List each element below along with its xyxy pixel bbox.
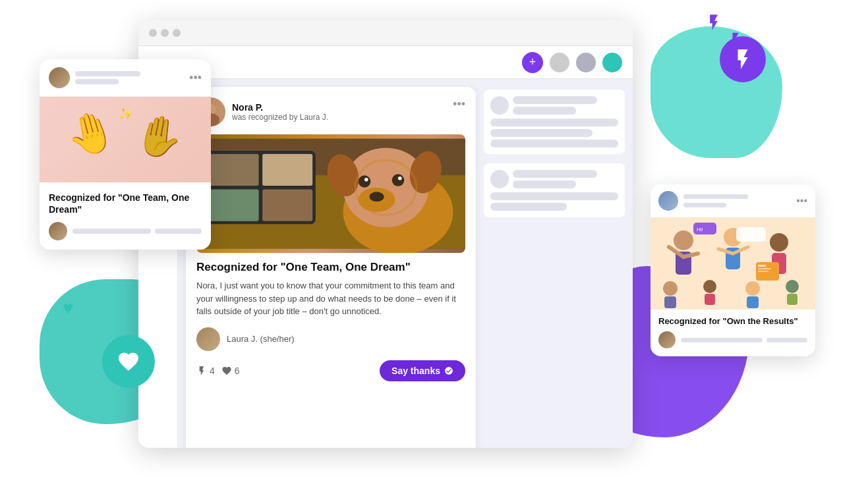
right-card-footer bbox=[658, 331, 807, 348]
right-card-title: Recognized for "Own the Results" bbox=[658, 316, 807, 326]
heart-count: 6 bbox=[235, 366, 240, 376]
browser-dot-1 bbox=[149, 29, 157, 37]
sidebar-long-line-1 bbox=[490, 119, 618, 126]
heart-reaction-icon bbox=[221, 366, 232, 376]
right-card-header: ••• bbox=[651, 184, 815, 217]
nav-plus-button[interactable]: + bbox=[522, 52, 543, 73]
bolt-reaction-icon bbox=[196, 366, 207, 376]
right-footer-line-1 bbox=[681, 338, 763, 342]
right-card-user-lines bbox=[683, 194, 791, 207]
card-user-info: Nora P. was recognized by Laura J. bbox=[232, 102, 328, 122]
sidebar-long-line-3 bbox=[490, 140, 618, 148]
recognition-card: Nora P. was recognized by Laura J. ••• bbox=[186, 87, 476, 448]
svg-rect-42 bbox=[705, 294, 715, 305]
sidebar-dot-row-2 bbox=[490, 170, 618, 188]
heart-reaction[interactable]: 6 bbox=[221, 366, 240, 376]
right-footer-lines bbox=[681, 338, 807, 342]
right-footer-avatar bbox=[658, 331, 676, 348]
browser-traffic-lights bbox=[149, 29, 181, 37]
left-card-avatar bbox=[49, 67, 70, 88]
svg-rect-44 bbox=[747, 296, 759, 308]
svg-text:Hi!: Hi! bbox=[697, 227, 703, 232]
teal-blob-right bbox=[651, 26, 782, 158]
sidebar-line-2 bbox=[513, 107, 576, 115]
bolt-count: 4 bbox=[210, 366, 215, 376]
left-card-header: ••• bbox=[40, 59, 211, 97]
svg-point-39 bbox=[663, 281, 678, 296]
svg-point-43 bbox=[745, 281, 760, 296]
browser-content: Nora P. was recognized by Laura J. ••• bbox=[138, 79, 633, 448]
browser-nav: ≡ + bbox=[138, 46, 633, 79]
svg-rect-40 bbox=[664, 296, 676, 308]
author-name: Laura J. (she/her) bbox=[227, 334, 295, 344]
card-more-icon[interactable]: ••• bbox=[453, 97, 465, 111]
card-image bbox=[196, 134, 465, 253]
hands-emoji-2: ✋ bbox=[131, 109, 188, 164]
right-line-1 bbox=[683, 194, 748, 199]
sidebar-dot-1 bbox=[490, 96, 509, 115]
svg-point-16 bbox=[364, 178, 368, 182]
card-title: Recognized for "One Team, One Dream" bbox=[196, 261, 465, 274]
right-recognition-card: ••• Hi! bbox=[651, 184, 815, 356]
svg-rect-7 bbox=[262, 154, 312, 186]
svg-point-17 bbox=[398, 177, 402, 180]
browser-titlebar bbox=[138, 20, 633, 46]
right-card-avatar bbox=[658, 191, 678, 211]
left-card-body: Recognized for "One Team, One Dream" bbox=[40, 182, 211, 250]
right-card-body: Recognized for "Own the Results" bbox=[651, 310, 815, 356]
svg-rect-9 bbox=[262, 190, 312, 221]
hands-emoji-1: 🤚 bbox=[61, 105, 121, 163]
sidebar-dot-2 bbox=[490, 170, 509, 188]
svg-point-41 bbox=[703, 280, 716, 293]
main-content-area: Nora P. was recognized by Laura J. ••• bbox=[178, 79, 633, 448]
browser-dot-3 bbox=[173, 29, 181, 37]
right-line-2 bbox=[683, 203, 726, 207]
svg-point-30 bbox=[770, 233, 788, 252]
svg-rect-37 bbox=[758, 268, 771, 269]
left-recognition-card: ••• 🤚 ✋ ✨ Recognized for "One Team, One … bbox=[40, 59, 211, 250]
sidebar-text-lines-2 bbox=[513, 170, 618, 188]
left-card-footer bbox=[49, 222, 202, 240]
bolt-reaction[interactable]: 4 bbox=[196, 366, 215, 376]
sidebar-dot-row-1 bbox=[490, 96, 618, 115]
left-card-name-line bbox=[75, 71, 140, 76]
browser-window: ≡ + bbox=[138, 20, 633, 448]
svg-point-45 bbox=[786, 280, 799, 293]
card-username: Nora P. bbox=[232, 102, 328, 113]
right-card-more-icon[interactable]: ••• bbox=[796, 195, 807, 207]
footer-line-2 bbox=[155, 229, 202, 234]
svg-point-13 bbox=[369, 192, 384, 202]
sidebar-line-3 bbox=[513, 170, 597, 178]
left-card-title: Recognized for "One Team, One Dream" bbox=[49, 192, 202, 215]
team-illustration: Hi! bbox=[651, 217, 815, 310]
svg-rect-46 bbox=[787, 294, 797, 305]
sparkle-icon: ✨ bbox=[118, 107, 132, 121]
sidebar-long-line-4 bbox=[490, 192, 618, 200]
say-thanks-label: Say thanks bbox=[391, 366, 440, 376]
sidebar-block-2 bbox=[484, 163, 625, 217]
left-card-subtitle-line bbox=[75, 79, 119, 84]
lightning-small-1 bbox=[705, 13, 723, 34]
nav-avatar-3 bbox=[602, 53, 622, 72]
left-card-more-icon[interactable]: ••• bbox=[189, 71, 202, 85]
card-footer: 4 6 Say thanks bbox=[196, 360, 465, 381]
bolt-icon-large bbox=[731, 47, 755, 71]
footer-line-1 bbox=[72, 229, 151, 234]
sidebar-line-4 bbox=[513, 180, 576, 188]
heart-icon bbox=[117, 350, 140, 373]
left-card-user-lines bbox=[75, 71, 184, 84]
sidebar-long-line-2 bbox=[490, 129, 593, 137]
card-author: Laura J. (she/her) bbox=[196, 327, 465, 351]
sidebar-text-lines-1 bbox=[513, 96, 618, 115]
lightning-circle-decoration bbox=[720, 36, 766, 82]
small-heart-decoration: ♥ bbox=[63, 298, 74, 319]
card-header: Nora P. was recognized by Laura J. ••• bbox=[196, 97, 465, 126]
card-recognized-by: was recognized by Laura J. bbox=[232, 113, 328, 122]
say-thanks-button[interactable]: Say thanks bbox=[380, 360, 465, 381]
right-card-image: Hi! bbox=[651, 217, 815, 310]
browser-dot-2 bbox=[161, 29, 169, 37]
nav-avatar-1 bbox=[550, 53, 569, 72]
author-avatar bbox=[196, 327, 220, 351]
sidebar-long-line-5 bbox=[490, 203, 567, 211]
right-footer-line-2 bbox=[767, 338, 807, 342]
